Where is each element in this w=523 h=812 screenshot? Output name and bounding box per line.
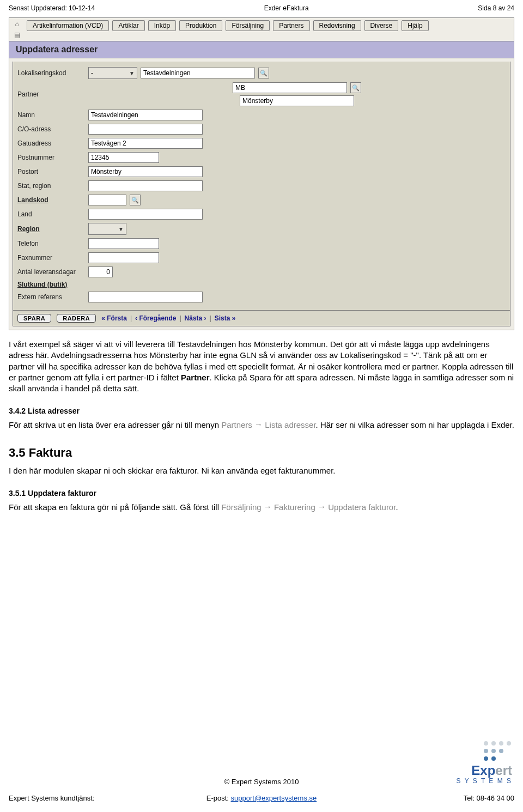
menu-produktion[interactable]: Produktion	[179, 20, 222, 31]
chevron-down-icon: ▼	[118, 226, 124, 232]
label-extern: Extern referens	[17, 293, 88, 301]
fax-input[interactable]	[88, 252, 159, 263]
partner-code-input[interactable]	[233, 82, 347, 93]
search-icon: 🔍	[131, 197, 139, 204]
paragraph-1: I vårt exempel så säger vi att vi vill l…	[9, 339, 514, 394]
save-button[interactable]: SPARA	[17, 314, 51, 323]
delete-button[interactable]: RADERA	[57, 314, 96, 323]
chevron-down-icon: ▼	[129, 70, 135, 76]
logo-dots	[484, 741, 512, 762]
extern-input[interactable]	[88, 292, 203, 302]
label-slutkund[interactable]: Slutkund (butik)	[17, 281, 88, 288]
menu-redovisning[interactable]: Redovisning	[313, 20, 361, 31]
label-stat: Stat, region	[17, 182, 88, 190]
pager: « Första | ‹ Föregående | Nästa › | Sist…	[101, 314, 235, 322]
copyright: © Expert Systems 2010	[0, 778, 523, 786]
levdagar-input[interactable]	[88, 266, 113, 277]
menu-diverse[interactable]: Diverse	[364, 20, 399, 31]
lokaliseringskod-text[interactable]	[141, 68, 255, 78]
home-icon[interactable]: ⌂	[15, 20, 19, 28]
menu-partners[interactable]: Partners	[273, 20, 309, 31]
menu-artikelinformation[interactable]: Artikelinformation (VCD)	[27, 20, 109, 31]
footer-center: E-post: support@expertsystems.se	[9, 794, 514, 802]
paragraph-3: I den här modulen skapar ni och skickar …	[9, 465, 514, 476]
label-levdagar: Antal leveransdagar	[17, 268, 88, 276]
page-footer: Expert Systems kundtjänst: E-post: suppo…	[9, 794, 514, 802]
pager-last[interactable]: Sista »	[215, 314, 236, 322]
label-telefon: Telefon	[17, 240, 88, 247]
form-area: Lokaliseringskod - ▼ 🔍 Partner 🔍	[13, 62, 510, 311]
label-region[interactable]: Region	[17, 225, 88, 233]
label-land: Land	[17, 210, 88, 218]
postnummer-input[interactable]	[88, 152, 159, 163]
menu-bar: Artikelinformation (VCD) Artiklar Inköp …	[27, 20, 429, 31]
side-icons: ⌂ ▤	[11, 20, 22, 39]
telefon-input[interactable]	[88, 238, 159, 249]
label-postnummer: Postnummer	[17, 154, 88, 161]
menu-inkop[interactable]: Inköp	[148, 20, 176, 31]
pager-prev[interactable]: ‹ Föregående	[135, 314, 176, 322]
doc-header-right: Sida 8 av 24	[478, 4, 514, 12]
postort-input[interactable]	[88, 166, 203, 177]
heading-3-4-2: 3.4.2 Lista adresser	[9, 406, 514, 416]
namn-input[interactable]	[88, 110, 203, 120]
pager-next[interactable]: Nästa ›	[185, 314, 206, 322]
label-landkod[interactable]: Landskod	[17, 196, 88, 204]
menu-hjalp[interactable]: Hjälp	[402, 20, 428, 31]
search-icon: 🔍	[260, 70, 267, 77]
heading-3-5-1: 3.5.1 Uppdatera fakturor	[9, 488, 514, 499]
doc-header-center: Exder eFaktura	[264, 4, 309, 12]
partner-name-input[interactable]	[240, 95, 354, 106]
label-co: C/O-adress	[17, 125, 88, 133]
button-bar: SPARA RADERA « Första | ‹ Föregående | N…	[13, 311, 510, 326]
pager-first[interactable]: « Första	[101, 314, 127, 322]
landkod-input[interactable]	[88, 195, 126, 205]
gatu-input[interactable]	[88, 138, 203, 149]
stat-input[interactable]	[88, 180, 203, 191]
doc-header-left: Senast Uppdaterad: 10-12-14	[9, 4, 95, 12]
lokaliseringskod-select[interactable]: - ▼	[88, 67, 137, 79]
lokaliseringskod-lookup[interactable]: 🔍	[258, 68, 269, 78]
partner-lookup[interactable]: 🔍	[350, 82, 361, 93]
grid-icon[interactable]: ▤	[14, 31, 20, 39]
heading-3-5: 3.5 Faktura	[9, 445, 514, 461]
doc-body: I vårt exempel så säger vi att vi vill l…	[9, 339, 514, 513]
label-namn: Namn	[17, 111, 88, 119]
co-input[interactable]	[88, 124, 203, 135]
paragraph-2: För att skriva ut en lista över era adre…	[9, 420, 514, 431]
panel-title: Uppdatera adresser	[9, 41, 514, 58]
search-icon: 🔍	[352, 84, 360, 92]
menu-forsaljning[interactable]: Försäljning	[226, 20, 270, 31]
paragraph-4: För att skapa en faktura gör ni på följa…	[9, 502, 514, 513]
label-fax: Faxnummer	[17, 254, 88, 262]
land-input[interactable]	[88, 209, 203, 220]
region-select[interactable]: ▼	[88, 223, 126, 235]
label-postort: Postort	[17, 168, 88, 175]
landkod-lookup[interactable]: 🔍	[130, 195, 141, 205]
label-partner: Partner	[17, 90, 88, 98]
label-gatu: Gatuadress	[17, 140, 88, 147]
label-lokaliseringskod: Lokaliseringskod	[17, 69, 88, 77]
menu-artiklar[interactable]: Artiklar	[112, 20, 144, 31]
support-email-link[interactable]: support@expertsystems.se	[231, 794, 317, 802]
doc-header: Senast Uppdaterad: 10-12-14 Exder eFaktu…	[9, 4, 514, 15]
lokaliseringskod-value: -	[91, 69, 93, 77]
logo-word: Expert	[471, 763, 512, 778]
app-window: ⌂ ▤ Artikelinformation (VCD) Artiklar In…	[9, 17, 514, 330]
